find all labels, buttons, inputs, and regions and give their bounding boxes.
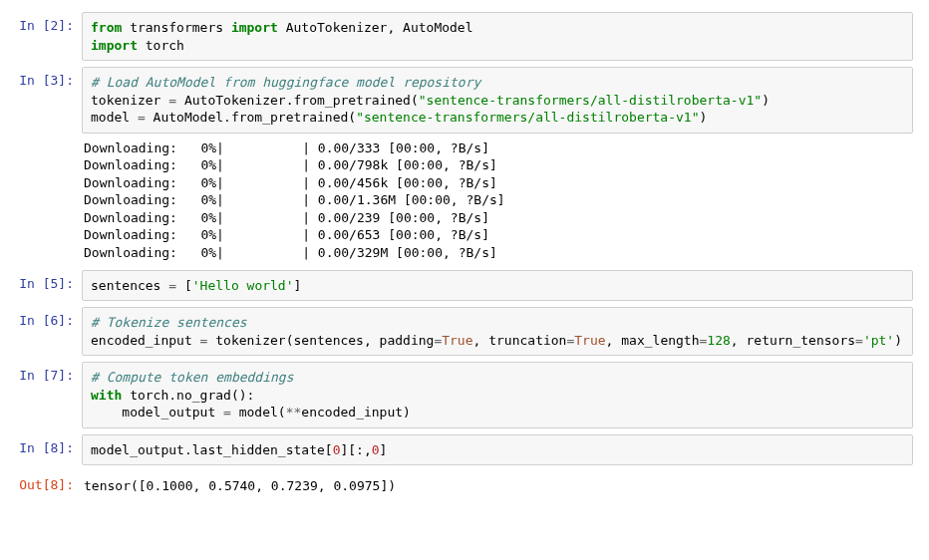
comment: # Load AutoModel from huggingface model … — [91, 75, 480, 90]
operator: = — [223, 405, 231, 420]
code-text: tokenizer — [91, 93, 168, 108]
keyword-import: import — [231, 20, 278, 35]
code-text: torch.no_grad(): — [122, 388, 254, 403]
module-name: torch — [138, 38, 184, 53]
code-text: tokenizer(sentences, padding — [207, 333, 434, 348]
prompt-in: In [6]: — [0, 307, 82, 328]
prompt-in: In [7]: — [0, 362, 82, 383]
prompt-in: In [8]: — [0, 434, 82, 455]
string-literal: "sentence-transformers/all-distilroberta… — [419, 93, 762, 108]
code-text: model_output — [91, 405, 223, 420]
code-text: sentences — [91, 278, 168, 293]
code-text: AutoModel.from_pretrained( — [146, 110, 356, 125]
download-line: Downloading: 0%| | 0.00/239 [00:00, ?B/s… — [84, 210, 489, 225]
output-stream: Downloading: 0%| | 0.00/333 [00:00, ?B/s… — [82, 134, 913, 264]
code-text: ) — [894, 333, 902, 348]
code-input[interactable]: sentences = ['Hello world'] — [82, 270, 913, 302]
code-input[interactable]: from transformers import AutoTokenizer, … — [82, 12, 913, 61]
string-literal: "sentence-transformers/all-distilroberta… — [356, 110, 699, 125]
code-input[interactable]: # Tokenize sentences encoded_input = tok… — [82, 307, 913, 356]
download-line: Downloading: 0%| | 0.00/329M [00:00, ?B/… — [84, 245, 497, 260]
bool-literal: True — [442, 333, 472, 348]
prompt-in: In [2]: — [0, 12, 82, 33]
string-literal: 'pt' — [863, 333, 894, 348]
keyword-import: import — [91, 38, 138, 53]
bool-literal: True — [574, 333, 605, 348]
code-text: , return_tensors — [731, 333, 855, 348]
cell-content: # Tokenize sentences encoded_input = tok… — [82, 307, 913, 356]
cell-content: # Load AutoModel from huggingface model … — [82, 67, 913, 263]
code-text: , truncation — [473, 333, 567, 348]
module-name: transformers — [122, 20, 231, 35]
int-literal: 0 — [372, 442, 380, 457]
code-text: model — [91, 110, 138, 125]
operator: ** — [286, 405, 302, 420]
comment: # Compute token embeddings — [91, 370, 294, 385]
download-line: Downloading: 0%| | 0.00/1.36M [00:00, ?B… — [84, 192, 505, 207]
code-cell: In [5]: sentences = ['Hello world'] — [0, 268, 929, 304]
cell-content: model_output.last_hidden_state[0][:,0] — [82, 434, 913, 466]
cell-content: sentences = ['Hello world'] — [82, 270, 913, 302]
code-text: ] — [294, 278, 302, 293]
operator: = — [168, 93, 176, 108]
output-text: tensor([0.1000, 0.5740, 0.7239, 0.0975]) — [82, 471, 913, 501]
keyword-from: from — [91, 20, 122, 35]
code-text: ) — [762, 93, 770, 108]
download-line: Downloading: 0%| | 0.00/456k [00:00, ?B/… — [84, 175, 497, 190]
code-text: encoded_input — [91, 333, 200, 348]
int-literal: 128 — [707, 333, 730, 348]
download-line: Downloading: 0%| | 0.00/798k [00:00, ?B/… — [84, 157, 497, 172]
string-literal: 'Hello world' — [192, 278, 294, 293]
code-text: ][:, — [340, 442, 371, 457]
cell-content: from transformers import AutoTokenizer, … — [82, 12, 913, 61]
code-input[interactable]: # Compute token embeddings with torch.no… — [82, 362, 913, 428]
operator: = — [855, 333, 863, 348]
operator: = — [168, 278, 176, 293]
code-text: model_output.last_hidden_state[ — [91, 442, 333, 457]
code-text: ] — [380, 442, 388, 457]
prompt-in: In [5]: — [0, 270, 82, 291]
download-line: Downloading: 0%| | 0.00/333 [00:00, ?B/s… — [84, 140, 489, 155]
code-text: AutoTokenizer.from_pretrained( — [176, 93, 419, 108]
code-cell: In [6]: # Tokenize sentences encoded_inp… — [0, 305, 929, 358]
code-text: , max_length — [606, 333, 700, 348]
code-cell: In [7]: # Compute token embeddings with … — [0, 360, 929, 430]
cell-content: tensor([0.1000, 0.5740, 0.7239, 0.0975]) — [82, 471, 913, 501]
code-text: encoded_input) — [301, 405, 411, 420]
code-text: [ — [176, 278, 192, 293]
code-cell: In [2]: from transformers import AutoTok… — [0, 10, 929, 63]
cell-content: # Compute token embeddings with torch.no… — [82, 362, 913, 428]
code-input[interactable]: # Load AutoModel from huggingface model … — [82, 67, 913, 134]
output-cell: Out[8]: tensor([0.1000, 0.5740, 0.7239, … — [0, 469, 929, 503]
download-line: Downloading: 0%| | 0.00/653 [00:00, ?B/s… — [84, 227, 489, 242]
prompt-in: In [3]: — [0, 67, 82, 88]
prompt-out: Out[8]: — [0, 471, 82, 492]
code-cell: In [8]: model_output.last_hidden_state[0… — [0, 432, 929, 468]
operator: = — [138, 110, 146, 125]
comment: # Tokenize sentences — [91, 315, 247, 330]
code-text: ) — [700, 110, 708, 125]
keyword-with: with — [91, 388, 122, 403]
code-input[interactable]: model_output.last_hidden_state[0][:,0] — [82, 434, 913, 466]
code-cell: In [3]: # Load AutoModel from huggingfac… — [0, 65, 929, 265]
code-text: model( — [231, 405, 286, 420]
import-names: AutoTokenizer, AutoModel — [278, 20, 473, 35]
